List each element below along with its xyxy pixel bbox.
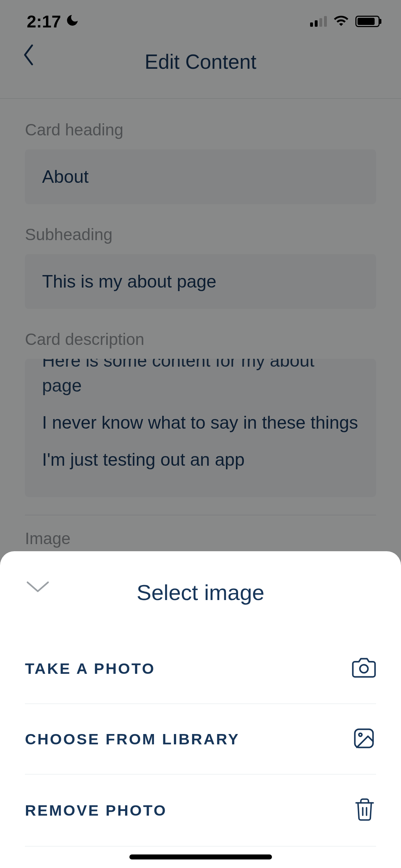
select-image-sheet: Select image TAKE A PHOTO CHOOSE FROM LI… [0,551,401,868]
remove-photo-option[interactable]: REMOVE PHOTO [25,775,376,847]
home-indicator[interactable] [129,854,272,859]
camera-icon [352,656,376,681]
sheet-options: TAKE A PHOTO CHOOSE FROM LIBRARY REMOVE … [0,623,401,847]
sheet-title: Select image [137,580,264,605]
image-icon [352,726,376,752]
option-label: REMOVE PHOTO [25,802,167,819]
trash-icon [353,797,376,824]
chevron-down-icon[interactable] [25,578,51,596]
option-label: TAKE A PHOTO [25,660,155,677]
sheet-header: Select image [0,551,401,623]
choose-library-option[interactable]: CHOOSE FROM LIBRARY [25,704,376,775]
svg-point-0 [360,665,368,673]
take-photo-option[interactable]: TAKE A PHOTO [25,634,376,704]
option-label: CHOOSE FROM LIBRARY [25,730,240,748]
svg-point-2 [359,733,362,737]
